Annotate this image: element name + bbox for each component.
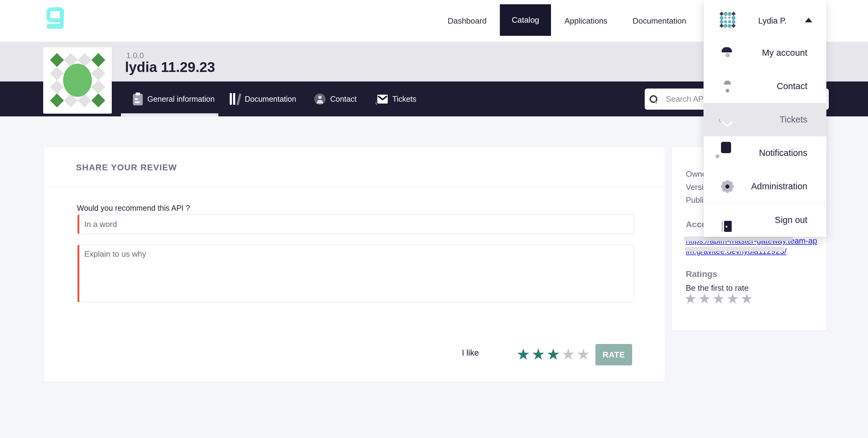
star-icon: ★ bbox=[726, 290, 739, 307]
access-heading: Acce bbox=[686, 220, 706, 229]
nav-item-documentation[interactable]: Documentation bbox=[627, 0, 691, 42]
envelope-icon bbox=[377, 95, 388, 103]
star-icon[interactable]: ★ bbox=[516, 345, 530, 363]
user-name[interactable]: Lydia P. bbox=[754, 0, 791, 42]
books-icon bbox=[229, 93, 240, 105]
menu-item-label: Administration bbox=[751, 170, 807, 203]
review-question-label: Would you recommend this API ? bbox=[77, 204, 190, 213]
review-why-textarea[interactable] bbox=[78, 245, 634, 302]
star-icon[interactable]: ★ bbox=[576, 345, 590, 363]
star-icon: ★ bbox=[698, 290, 711, 307]
menu-item-sign-out[interactable]: Sign out bbox=[704, 204, 826, 237]
nav-item-applications[interactable]: Applications bbox=[560, 0, 612, 42]
menu-item-administration[interactable]: Administration bbox=[704, 170, 826, 203]
rate-button[interactable]: RATE bbox=[595, 344, 632, 366]
review-star-rating[interactable]: ★★★★★ bbox=[516, 340, 590, 369]
star-icon[interactable]: ★ bbox=[531, 345, 546, 363]
review-word-input[interactable] bbox=[78, 214, 634, 234]
rating-feedback-label: I like bbox=[462, 348, 479, 358]
star-icon[interactable]: ★ bbox=[546, 345, 560, 363]
avatar-identicon bbox=[720, 12, 735, 28]
tab-tickets[interactable]: Tickets bbox=[377, 82, 416, 116]
api-title: lydia 11.29.23 bbox=[125, 59, 215, 75]
review-card-heading: SHARE YOUR REVIEW bbox=[76, 163, 177, 173]
share-review-card: SHARE YOUR REVIEW Would you recommend th… bbox=[44, 147, 664, 382]
active-tab-underline bbox=[121, 113, 218, 116]
tab-documentation[interactable]: Documentation bbox=[229, 82, 296, 116]
ratings-star-display: ★★★★★ bbox=[684, 289, 753, 308]
tab-label: Documentation bbox=[245, 95, 296, 103]
tab-general-information[interactable]: General information bbox=[133, 82, 215, 116]
link-overlay-bar bbox=[684, 237, 793, 241]
menu-item-label: Contact bbox=[777, 69, 807, 103]
caret-up-icon[interactable] bbox=[805, 18, 812, 22]
nav-item-dashboard[interactable]: Dashboard bbox=[445, 0, 490, 42]
menu-item-contact[interactable]: Contact bbox=[704, 69, 826, 103]
clipboard-icon bbox=[133, 93, 143, 105]
link-overlay-bar bbox=[685, 247, 784, 251]
star-icon: ★ bbox=[684, 290, 697, 307]
tab-contact[interactable]: Contact bbox=[314, 82, 356, 116]
search-icon bbox=[650, 95, 658, 103]
api-identicon-circle bbox=[63, 64, 92, 97]
entrypoint-link[interactable]: https://apim-master-gateway.team-apim.gr… bbox=[686, 236, 817, 256]
menu-item-notifications[interactable]: Notifications bbox=[704, 136, 826, 170]
star-icon: ★ bbox=[712, 290, 725, 307]
card-header-divider bbox=[44, 187, 664, 187]
tab-label: Tickets bbox=[392, 95, 416, 103]
version-label: Versi bbox=[686, 183, 704, 192]
user-avatar[interactable] bbox=[718, 10, 737, 29]
person-circle-icon bbox=[314, 93, 326, 105]
api-identicon bbox=[43, 47, 112, 114]
menu-item-tickets[interactable]: Tickets bbox=[704, 103, 826, 136]
star-icon[interactable]: ★ bbox=[561, 345, 576, 363]
tab-label: General information bbox=[147, 95, 215, 103]
ratings-heading: Ratings bbox=[686, 269, 717, 279]
menu-item-label: Sign out bbox=[775, 204, 807, 237]
gravitee-logo-icon[interactable] bbox=[46, 7, 67, 33]
menu-item-label: Notifications bbox=[759, 136, 807, 170]
published-label: Publi bbox=[686, 195, 704, 205]
star-icon: ★ bbox=[740, 290, 753, 307]
nav-item-catalog[interactable]: Catalog bbox=[500, 4, 551, 36]
gear-flower-icon bbox=[721, 180, 734, 193]
tab-label: Contact bbox=[330, 95, 356, 103]
menu-item-label: Tickets bbox=[779, 103, 807, 136]
